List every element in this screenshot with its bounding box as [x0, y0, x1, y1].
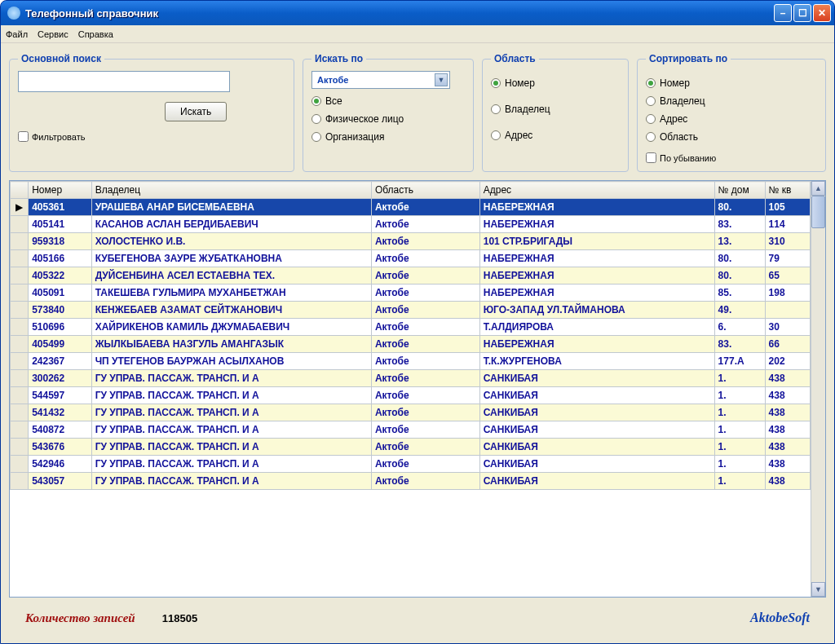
- cell-apt: 198: [765, 285, 810, 302]
- menu-help[interactable]: Справка: [78, 29, 113, 39]
- filter-checkbox[interactable]: Фильтровать: [18, 131, 285, 142]
- row-indicator: [11, 216, 29, 233]
- group-search-by-legend: Искать по: [311, 53, 366, 64]
- cell-house: 1.: [714, 370, 765, 387]
- chevron-down-icon[interactable]: ▼: [435, 73, 448, 86]
- minimize-button[interactable]: –: [774, 4, 792, 22]
- cell-num: 542946: [29, 456, 92, 473]
- table-row[interactable]: 510696ХАЙРИКЕНОВ КАМИЛЬ ДЖУМАБАЕВИЧАктоб…: [11, 319, 811, 336]
- table-row[interactable]: 544597ГУ УПРАВ. ПАССАЖ. ТРАНСП. И ААктоб…: [11, 387, 811, 404]
- col-indicator[interactable]: [11, 182, 29, 199]
- radio-all[interactable]: Все: [311, 95, 465, 107]
- cell-region: Актобе: [371, 199, 479, 216]
- cell-region: Актобе: [371, 473, 479, 490]
- row-indicator: [11, 353, 29, 370]
- radio-dot-icon: [311, 114, 321, 124]
- group-search-by: Искать по Актобе ▼ Все Физическое лицо О…: [303, 53, 474, 172]
- row-indicator: [11, 233, 29, 250]
- menu-file[interactable]: Файл: [6, 29, 28, 39]
- col-region[interactable]: Область: [371, 182, 479, 199]
- cell-addr: Т.АЛДИЯРОВА: [479, 319, 714, 336]
- cell-num: 405091: [29, 285, 92, 302]
- radio-region-number[interactable]: Номер: [491, 77, 620, 89]
- table-row[interactable]: 242367ЧП УТЕГЕНОВ БАУРЖАН АСЫЛХАНОВАктоб…: [11, 353, 811, 370]
- menu-service[interactable]: Сервис: [38, 29, 68, 39]
- radio-org[interactable]: Организация: [311, 131, 465, 143]
- col-number[interactable]: Номер: [29, 182, 92, 199]
- table-row[interactable]: 405166КУБЕГЕНОВА ЗАУРЕ ЖУБАТКАНОВНААктоб…: [11, 250, 811, 267]
- radio-sort-number[interactable]: Номер: [646, 77, 817, 89]
- cell-owner: ГУ УПРАВ. ПАССАЖ. ТРАНСП. И А: [91, 404, 371, 421]
- sort-desc-checkbox[interactable]: По убыванию: [646, 152, 817, 163]
- radio-sort-address-label: Адрес: [660, 113, 687, 125]
- cell-num: 543676: [29, 439, 92, 456]
- cell-region: Актобе: [371, 439, 479, 456]
- table-row[interactable]: 542946ГУ УПРАВ. ПАССАЖ. ТРАНСП. И ААктоб…: [11, 456, 811, 473]
- filter-checkbox-input[interactable]: [18, 131, 29, 142]
- cell-addr: САНКИБАЯ: [479, 387, 714, 404]
- cell-owner: ЖЫЛКЫБАЕВА НАЗГУЛЬ АМАНГАЗЫК: [91, 336, 371, 353]
- vertical-scrollbar[interactable]: ▲ ▼: [811, 181, 825, 597]
- radio-region-owner[interactable]: Владелец: [491, 104, 620, 115]
- radio-dot-icon: [311, 132, 321, 142]
- cell-house: 1.: [714, 439, 765, 456]
- cell-addr: НАБЕРЕЖНАЯ: [479, 336, 714, 353]
- cell-house: 1.: [714, 404, 765, 421]
- cell-house: 83.: [714, 216, 765, 233]
- cell-num: 405322: [29, 267, 92, 285]
- radio-dot-icon: [491, 104, 501, 114]
- sort-desc-checkbox-input[interactable]: [646, 152, 656, 163]
- row-indicator: [11, 285, 29, 302]
- table-row[interactable]: 543057ГУ УПРАВ. ПАССАЖ. ТРАНСП. И ААктоб…: [11, 473, 811, 490]
- titlebar[interactable]: Телефонный справочник – ☐ ✕: [1, 1, 834, 25]
- cell-owner: УРАШЕВА АНАР БИСЕМБАЕВНА: [91, 199, 371, 216]
- window-title: Телефонный справочник: [25, 7, 774, 20]
- radio-dot-icon: [646, 132, 656, 142]
- maximize-button[interactable]: ☐: [793, 4, 811, 22]
- table-row[interactable]: 543676ГУ УПРАВ. ПАССАЖ. ТРАНСП. И ААктоб…: [11, 439, 811, 456]
- search-input[interactable]: [18, 71, 230, 92]
- cell-apt: 105: [765, 199, 810, 216]
- close-button[interactable]: ✕: [813, 4, 831, 22]
- radio-sort-address[interactable]: Адрес: [646, 113, 817, 125]
- table-row[interactable]: 405141КАСАНОВ АСЛАН БЕРДИБАЕВИЧАктобеНАБ…: [11, 216, 811, 233]
- radio-sort-owner[interactable]: Владелец: [646, 95, 817, 107]
- cell-addr: Т.К.ЖУРГЕНОВА: [479, 353, 714, 370]
- col-address[interactable]: Адрес: [479, 182, 714, 199]
- table-row[interactable]: 541432ГУ УПРАВ. ПАССАЖ. ТРАНСП. И ААктоб…: [11, 404, 811, 421]
- radio-sort-region-label: Область: [660, 131, 698, 143]
- scroll-track[interactable]: [811, 196, 825, 582]
- table-row[interactable]: 540872ГУ УПРАВ. ПАССАЖ. ТРАНСП. И ААктоб…: [11, 421, 811, 439]
- cell-addr: САНКИБАЯ: [479, 421, 714, 439]
- radio-sort-region[interactable]: Область: [646, 131, 817, 143]
- search-button[interactable]: Искать: [165, 102, 227, 121]
- cell-owner: ГУ УПРАВ. ПАССАЖ. ТРАНСП. И А: [91, 439, 371, 456]
- scroll-up-icon[interactable]: ▲: [811, 181, 825, 196]
- table-row[interactable]: 405091ТАКЕШЕВА ГУЛЬМИРА МУХАНБЕТЖАНАктоб…: [11, 285, 811, 302]
- table-row[interactable]: 573840КЕНЖЕБАЕВ АЗАМАТ СЕЙТЖАНОВИЧАктобе…: [11, 302, 811, 319]
- radio-person[interactable]: Физическое лицо: [311, 113, 465, 125]
- col-owner[interactable]: Владелец: [91, 182, 371, 199]
- radio-dot-icon: [646, 114, 656, 124]
- cell-house: 13.: [714, 233, 765, 250]
- cell-owner: ГУ УПРАВ. ПАССАЖ. ТРАНСП. И А: [91, 421, 371, 439]
- scroll-down-icon[interactable]: ▼: [811, 582, 825, 597]
- cell-addr: НАБЕРЕЖНАЯ: [479, 199, 714, 216]
- table-row[interactable]: 405499ЖЫЛКЫБАЕВА НАЗГУЛЬ АМАНГАЗЫКАктобе…: [11, 336, 811, 353]
- table-row[interactable]: 405322ДУЙСЕНБИНА АСЕЛ ЕСТАЕВНА ТЕХ.Актоб…: [11, 267, 811, 285]
- col-house[interactable]: № дом: [714, 182, 765, 199]
- cell-region: Актобе: [371, 456, 479, 473]
- menubar: Файл Сервис Справка: [1, 25, 834, 43]
- table-row[interactable]: ▶405361УРАШЕВА АНАР БИСЕМБАЕВНААктобеНАБ…: [11, 199, 811, 216]
- scroll-thumb[interactable]: [811, 196, 825, 228]
- col-apt[interactable]: № кв: [765, 182, 810, 199]
- record-count-label: Количество записей: [25, 611, 135, 624]
- cell-num: 544597: [29, 387, 92, 404]
- cell-region: Актобе: [371, 319, 479, 336]
- radio-region-address-label: Адрес: [505, 130, 532, 141]
- region-combo[interactable]: Актобе ▼: [311, 71, 450, 89]
- radio-region-address[interactable]: Адрес: [491, 130, 620, 141]
- brand-label: AktobeSoft: [750, 611, 810, 625]
- table-row[interactable]: 300262ГУ УПРАВ. ПАССАЖ. ТРАНСП. И ААктоб…: [11, 370, 811, 387]
- table-row[interactable]: 959318ХОЛОСТЕНКО И.В.Актобе101 СТР.БРИГА…: [11, 233, 811, 250]
